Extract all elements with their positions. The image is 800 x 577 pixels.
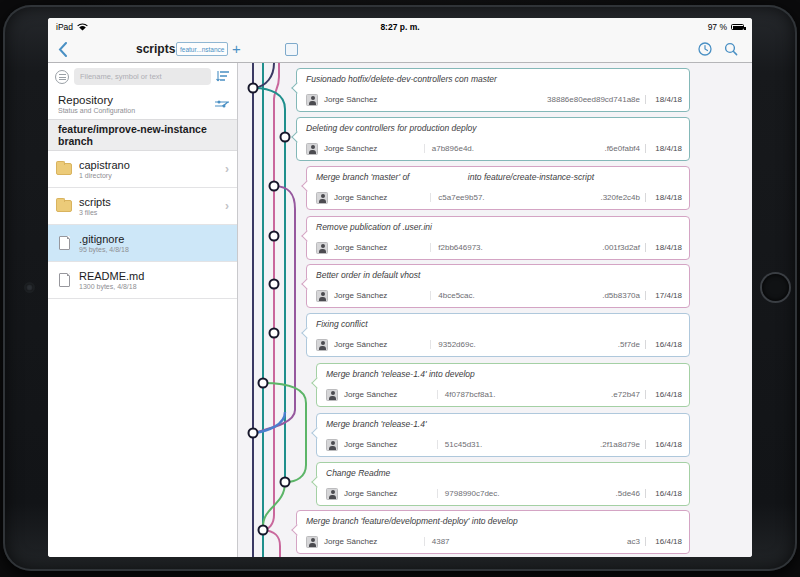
filter-row: Filename, symbol or text: [48, 63, 237, 90]
commit-card[interactable]: Deleting dev controllers for production …: [296, 117, 690, 161]
commit-author: Jorge Sánchez: [334, 340, 430, 349]
sidebar-item-readme-md[interactable]: README.md 1300 bytes, 4/8/18: [48, 262, 237, 299]
front-camera: [26, 284, 33, 291]
commit-author: Jorge Sánchez: [324, 537, 424, 546]
search-button[interactable]: [724, 42, 738, 56]
sort-icon[interactable]: [216, 70, 230, 83]
commit-hash-start: 9798990c7dec.: [437, 489, 547, 498]
avatar: [316, 339, 328, 351]
commit-card[interactable]: Better order in default vhost Jorge Sánc…: [306, 264, 690, 308]
commit-author: Jorge Sánchez: [344, 390, 437, 399]
commit-author: Jorge Sánchez: [324, 95, 424, 104]
commit-message: Fixing conflict: [316, 319, 368, 329]
commit-hash-end: .f6e0fabf4: [540, 144, 645, 153]
commit-hash-end: .d5b8370a: [544, 291, 645, 300]
commit-node[interactable]: [249, 84, 258, 93]
avatar: [326, 389, 338, 401]
repository-item[interactable]: Repository Status and Configuration: [48, 90, 237, 119]
commit-hash-end: .320fe2c4b: [544, 193, 645, 202]
graph-view-toggle[interactable]: [285, 43, 298, 56]
commit-hash-start: f2bb646973.: [430, 243, 543, 252]
commit-card[interactable]: Merge branch 'master' of into feature/cr…: [306, 166, 690, 210]
carrier-label: iPad: [56, 22, 73, 32]
chevron-right-icon: ›: [225, 199, 229, 213]
battery-icon: [731, 24, 744, 30]
file-meta: 3 files: [79, 209, 218, 216]
branch-tag-button[interactable]: featur...nstance: [176, 42, 228, 56]
commit-message: Merge branch 'master' of: [316, 172, 409, 182]
chevron-right-icon: ›: [225, 162, 229, 176]
sidebar-item-capistrano[interactable]: capistrano 1 directory ›: [48, 151, 237, 188]
commit-hash-end: .2f1a8d79e: [547, 440, 645, 449]
filter-input[interactable]: Filename, symbol or text: [74, 68, 211, 85]
file-meta: 1300 bytes, 4/8/18: [79, 283, 222, 290]
commit-hash-end: .e72b47: [547, 390, 645, 399]
commit-node[interactable]: [259, 526, 268, 535]
commit-author: Jorge Sánchez: [344, 440, 437, 449]
commit-date: 16/4/18: [645, 537, 682, 546]
commit-node[interactable]: [281, 478, 290, 487]
commit-card[interactable]: Fusionado hotfix/delete-dev-controllers …: [296, 68, 690, 112]
file-name: README.md: [79, 270, 222, 282]
photo-background: iPad 8:27 p. m. 97 %: [0, 0, 800, 577]
avatar: [326, 488, 338, 500]
commit-author: Jorge Sánchez: [334, 291, 430, 300]
commit-card[interactable]: Fixing conflict Jorge Sánchez 9352d69c. …: [306, 313, 690, 357]
commit-node[interactable]: [270, 280, 279, 289]
repository-title: Repository: [58, 94, 214, 106]
commit-node[interactable]: [270, 232, 279, 241]
ipad-device-frame: iPad 8:27 p. m. 97 %: [3, 5, 797, 571]
commit-node[interactable]: [249, 429, 258, 438]
avatar: [316, 242, 328, 254]
history-clock-button[interactable]: [698, 42, 712, 56]
file-name: .gitignore: [79, 233, 222, 245]
filter-menu-icon[interactable]: [55, 70, 69, 84]
commit-node[interactable]: [270, 329, 279, 338]
commit-hash-start: 4bce5cac.: [430, 291, 543, 300]
commit-card[interactable]: Merge branch 'feature/development-deploy…: [296, 510, 690, 554]
repository-subtitle: Status and Configuration: [58, 107, 214, 114]
avatar: [326, 439, 338, 451]
wifi-icon: [77, 23, 88, 31]
commit-message: Deleting dev controllers for production …: [306, 123, 477, 133]
commit-date: 16/4/18: [645, 440, 682, 449]
commit-node[interactable]: [270, 182, 279, 191]
avatar: [316, 290, 328, 302]
file-icon: [59, 273, 70, 287]
commit-hash-end: .5f7de: [544, 340, 645, 349]
branch-section-header: feature/improve-new-instance branch: [48, 119, 237, 151]
add-button[interactable]: +: [232, 40, 241, 57]
commit-message: Merge branch 'release-1.4' into develop: [326, 369, 475, 379]
back-button[interactable]: [58, 42, 67, 57]
screen: iPad 8:27 p. m. 97 %: [48, 18, 752, 557]
file-icon: [59, 236, 70, 250]
commit-node[interactable]: [281, 133, 290, 142]
commit-message: Better order in default vhost: [316, 270, 420, 280]
clock-time: 8:27 p. m.: [380, 22, 419, 32]
home-button[interactable]: [762, 274, 789, 301]
commit-hash-end: ac3: [540, 537, 645, 546]
commit-node[interactable]: [259, 379, 268, 388]
commit-hash-start: 9352d69c.: [430, 340, 543, 349]
commit-date: 18/4/18: [645, 95, 682, 104]
commit-date: 18/4/18: [645, 144, 682, 153]
commit-message: Merge branch 'release-1.4': [326, 419, 427, 429]
commit-card[interactable]: Merge branch 'release-1.4' into develop …: [316, 363, 690, 407]
commit-message: Remove publication of .user.ini: [316, 222, 432, 232]
content-area: Filename, symbol or text Repository Stat…: [48, 63, 752, 557]
avatar: [316, 192, 328, 204]
commit-hash-start: c5a7ee9b57.: [430, 193, 543, 202]
file-name: capistrano: [79, 159, 218, 171]
sidebar-item--gitignore[interactable]: .gitignore 95 bytes, 4/8/18: [48, 225, 237, 262]
commit-hash-end: .001f3d2af: [544, 243, 645, 252]
folder-icon: [56, 200, 72, 212]
commit-author: Jorge Sánchez: [324, 144, 424, 153]
sidebar-item-scripts[interactable]: scripts 3 files ›: [48, 188, 237, 225]
commit-author: Jorge Sánchez: [334, 193, 430, 202]
commit-card[interactable]: Remove publication of .user.ini Jorge Sá…: [306, 216, 690, 260]
folder-icon: [56, 163, 72, 175]
commit-author: Jorge Sánchez: [334, 243, 430, 252]
commit-card[interactable]: Change Readme Jorge Sánchez 9798990c7dec…: [316, 462, 690, 506]
commit-hash-start: 4f0787bcf8a1.: [437, 390, 547, 399]
commit-card[interactable]: Merge branch 'release-1.4' Jorge Sánchez…: [316, 413, 690, 457]
